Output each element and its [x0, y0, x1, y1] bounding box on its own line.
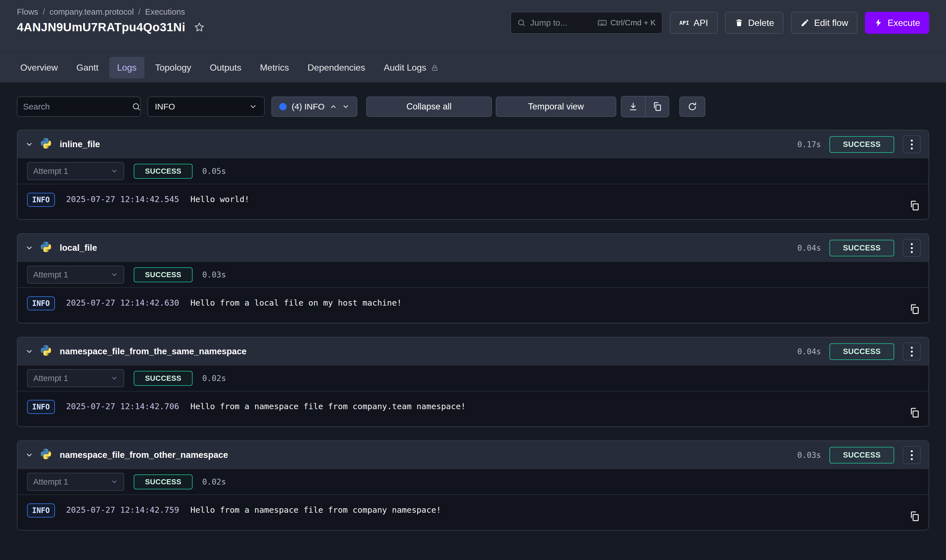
tab-outputs[interactable]: Outputs: [202, 57, 249, 78]
task-duration: 0.03s: [797, 451, 821, 460]
attempt-select[interactable]: Attempt 1: [27, 473, 124, 491]
task-name: namespace_file_from_other_namespace: [60, 450, 228, 460]
star-icon[interactable]: [194, 22, 205, 33]
log-line: INFO 2025-07-27 12:14:42.630 Hello from …: [17, 288, 929, 323]
jump-to-label: Jump to...: [530, 18, 567, 28]
log-level-badge: INFO: [27, 296, 55, 311]
attempt-status-badge: SUCCESS: [134, 474, 193, 489]
log-timestamp: 2025-07-27 12:14:42.706: [66, 402, 179, 411]
attempt-duration: 0.02s: [202, 477, 226, 486]
breadcrumb-executions[interactable]: Executions: [145, 7, 185, 17]
collapse-all-button[interactable]: Collapse all: [366, 97, 492, 117]
attempt-select[interactable]: Attempt 1: [27, 266, 124, 284]
task-header[interactable]: namespace_file_from_the_same_namespace 0…: [17, 337, 929, 366]
delete-button[interactable]: Delete: [725, 12, 784, 34]
download-logs-button[interactable]: [621, 97, 645, 117]
attempt-select[interactable]: Attempt 1: [27, 162, 124, 180]
kebab-menu-icon[interactable]: [903, 446, 921, 464]
api-button[interactable]: API API: [670, 12, 718, 34]
copy-log-icon[interactable]: [909, 200, 920, 211]
search-icon: [132, 102, 141, 111]
title-row: 4ANJN9UmU7RATpu4Qo31Ni: [17, 20, 205, 34]
chevron-down-icon[interactable]: [25, 451, 33, 459]
level-navigation-pill[interactable]: (4) INFO: [271, 97, 357, 117]
attempt-select[interactable]: Attempt 1: [27, 369, 124, 387]
python-icon: [39, 345, 52, 358]
kebab-menu-icon[interactable]: [903, 135, 921, 153]
pencil-icon: [800, 18, 809, 27]
chevron-down-icon[interactable]: [25, 140, 33, 148]
status-badge: SUCCESS: [829, 343, 894, 360]
tab-metrics[interactable]: Metrics: [252, 57, 297, 78]
attempt-duration: 0.05s: [202, 166, 226, 176]
chevron-down-icon[interactable]: [25, 244, 33, 252]
log-message: Hello from a local file on my host machi…: [190, 298, 402, 308]
top-bar: Flows / company.team.protocol / Executio…: [0, 0, 946, 52]
api-icon: API: [679, 20, 689, 26]
attempt-status-badge: SUCCESS: [134, 164, 193, 179]
tab-topology[interactable]: Topology: [147, 57, 199, 78]
tab-dependencies[interactable]: Dependencies: [300, 57, 373, 78]
chevron-down-icon: [111, 271, 118, 278]
copy-log-icon[interactable]: [909, 407, 920, 418]
kebab-menu-icon[interactable]: [903, 343, 921, 360]
attempt-status-badge: SUCCESS: [134, 267, 193, 282]
refresh-button[interactable]: [679, 97, 705, 117]
task-name: local_file: [60, 243, 97, 253]
task-card-inline-file: inline_file 0.17s SUCCESS Attempt 1 SUCC…: [17, 130, 929, 220]
jump-to-shortcut: Ctrl/Cmd + K: [598, 18, 656, 28]
tab-gantt[interactable]: Gantt: [68, 57, 106, 78]
tab-audit-logs[interactable]: Audit Logs: [376, 57, 447, 78]
level-nav-label: (4) INFO: [292, 102, 325, 111]
page-title: 4ANJN9UmU7RATpu4Qo31Ni: [17, 20, 185, 34]
refresh-icon: [687, 102, 697, 112]
tab-bar: Overview Gantt Logs Topology Outputs Met…: [0, 52, 946, 82]
attempt-row: Attempt 1 SUCCESS 0.05s: [17, 158, 929, 184]
edit-flow-button[interactable]: Edit flow: [791, 12, 858, 34]
breadcrumb-separator: /: [43, 7, 45, 17]
tab-overview[interactable]: Overview: [12, 57, 66, 78]
breadcrumb-separator: /: [138, 7, 140, 17]
jump-to-button[interactable]: Jump to... Ctrl/Cmd + K: [510, 12, 663, 34]
breadcrumb-namespace[interactable]: company.team.protocol: [49, 7, 134, 17]
search-input[interactable]: [23, 102, 132, 111]
attempt-row: Attempt 1 SUCCESS 0.02s: [17, 366, 929, 391]
execute-button[interactable]: Execute: [865, 12, 929, 34]
top-bar-actions: Jump to... Ctrl/Cmd + K API API Delete E…: [510, 12, 929, 34]
copy-logs-button[interactable]: [645, 97, 669, 117]
python-icon: [39, 242, 52, 254]
task-header[interactable]: local_file 0.04s SUCCESS: [17, 234, 929, 262]
tab-logs[interactable]: Logs: [109, 57, 145, 78]
log-line: INFO 2025-07-27 12:14:42.759 Hello from …: [17, 495, 929, 530]
search-icon: [517, 18, 525, 27]
task-name: inline_file: [60, 139, 100, 149]
log-timestamp: 2025-07-27 12:14:42.759: [66, 505, 179, 515]
log-level-badge: INFO: [27, 193, 55, 207]
task-card-namespace-file-other: namespace_file_from_other_namespace 0.03…: [17, 440, 929, 531]
trash-icon: [735, 18, 744, 27]
chevron-down-icon[interactable]: [342, 103, 350, 110]
log-line: INFO 2025-07-27 12:14:42.545 Hello world…: [17, 184, 929, 219]
python-icon: [39, 449, 52, 462]
temporal-view-button[interactable]: Temporal view: [496, 97, 616, 117]
log-actions-group: [621, 96, 669, 117]
attempt-status-badge: SUCCESS: [134, 371, 193, 386]
chevron-up-icon[interactable]: [330, 103, 337, 110]
task-duration: 0.04s: [797, 243, 821, 253]
chevron-down-icon: [111, 375, 118, 382]
copy-log-icon[interactable]: [909, 511, 920, 522]
task-header[interactable]: namespace_file_from_other_namespace 0.03…: [17, 441, 929, 469]
task-header[interactable]: inline_file 0.17s SUCCESS: [17, 130, 929, 158]
top-bar-left: Flows / company.team.protocol / Executio…: [17, 7, 205, 34]
log-line: INFO 2025-07-27 12:14:42.706 Hello from …: [17, 391, 929, 426]
chevron-down-icon[interactable]: [25, 348, 33, 355]
breadcrumb-flows[interactable]: Flows: [17, 7, 38, 17]
copy-log-icon[interactable]: [909, 304, 920, 315]
log-level-select[interactable]: INFO: [148, 97, 265, 117]
attempt-row: Attempt 1 SUCCESS 0.02s: [17, 469, 929, 495]
keyboard-icon: [598, 18, 607, 28]
logs-toolbar: INFO (4) INFO Collapse all Temporal view: [17, 96, 929, 117]
task-name: namespace_file_from_the_same_namespace: [60, 346, 247, 357]
kebab-menu-icon[interactable]: [903, 239, 921, 257]
python-icon: [39, 138, 52, 151]
